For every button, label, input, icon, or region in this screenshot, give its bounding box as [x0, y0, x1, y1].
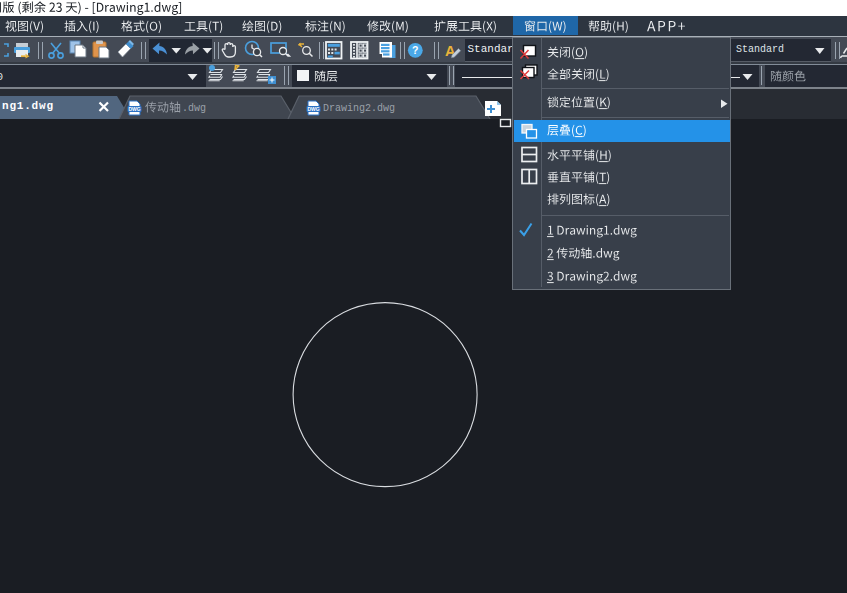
svg-text:?: ?	[412, 44, 418, 56]
svg-text:DWG: DWG	[128, 106, 140, 112]
svg-text:DWG: DWG	[307, 106, 319, 112]
